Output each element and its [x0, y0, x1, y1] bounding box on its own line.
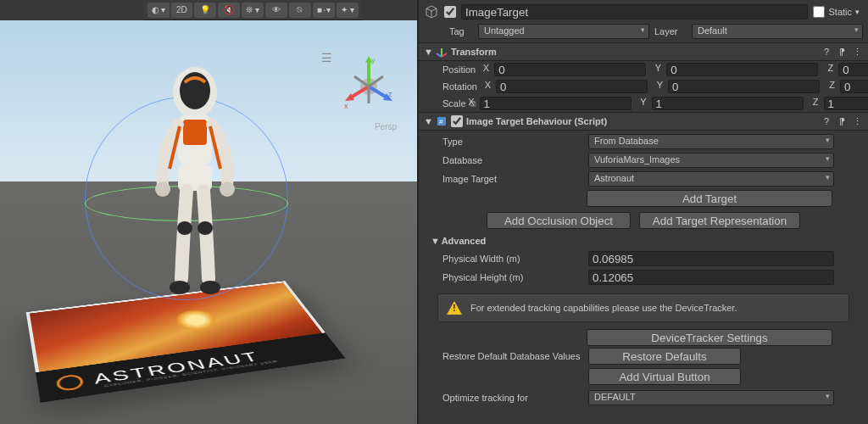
script-icon: # [436, 115, 448, 127]
preset-icon[interactable]: ⁋ [836, 116, 848, 127]
tag-label: Tag [449, 26, 473, 36]
scale-z[interactable] [824, 97, 868, 110]
fold-icon[interactable]: ▼ [424, 116, 432, 126]
layer-dropdown[interactable]: Default [692, 24, 863, 39]
gameobject-active-checkbox[interactable] [444, 6, 456, 18]
add-occlusion-button[interactable]: Add Occlusion Object [487, 212, 631, 229]
position-label: Position [442, 64, 476, 75]
restore-defaults-button[interactable]: Restore Defaults [588, 348, 741, 365]
static-checkbox[interactable] [813, 6, 825, 18]
rotation-z[interactable] [840, 80, 868, 93]
scale-x[interactable] [480, 97, 632, 110]
transform-component-header[interactable]: ▼ Transform ? ⁋ ⋮ [419, 42, 868, 61]
astronaut-model[interactable] [127, 59, 263, 330]
advanced-label: Advanced [442, 236, 487, 246]
help-icon[interactable]: ? [821, 47, 832, 57]
transform-icon [436, 46, 448, 58]
gizmos-dropdown[interactable]: ✦ ▾ [337, 3, 359, 18]
svg-point-21 [198, 221, 213, 235]
lighting-toggle[interactable]: 💡 [194, 3, 216, 18]
layer-label: Layer [654, 26, 687, 36]
position-y[interactable] [666, 63, 818, 76]
devicetracker-settings-button[interactable]: DeviceTracker Settings [587, 329, 832, 346]
image-target-dropdown[interactable]: Astronaut [588, 171, 834, 187]
rotation-y[interactable] [668, 80, 820, 93]
warning-box: For extended tracking capabilities pleas… [437, 293, 849, 322]
advanced-fold-icon[interactable]: ▼ [431, 236, 439, 246]
svg-text:z: z [388, 90, 392, 98]
fold-icon[interactable]: ▼ [424, 47, 432, 57]
transform-title: Transform [451, 47, 817, 57]
restore-label: Restore Default Database Values [442, 351, 583, 361]
component-enabled-checkbox[interactable] [451, 115, 463, 127]
audio-toggle[interactable]: 🔇 [218, 3, 240, 18]
image-target-label: Image Target [442, 174, 583, 184]
warning-icon [447, 301, 462, 315]
optimize-dropdown[interactable]: DEFAULT [588, 390, 834, 405]
gameobject-name-field[interactable] [461, 4, 808, 20]
position-x[interactable] [494, 63, 646, 76]
scene-view-panel: ◐ ▾ 2D 💡 🔇 ❊ ▾ 👁 ⦰ ■۰▾ ✦ ▾ ☰ y x [0, 0, 417, 424]
add-representation-button[interactable]: Add Target Representation [639, 212, 800, 229]
add-target-button[interactable]: Add Target [587, 190, 832, 207]
toggle-2d[interactable]: 2D [171, 3, 192, 18]
svg-point-22 [170, 281, 190, 294]
tag-dropdown[interactable]: Untagged [478, 24, 649, 39]
database-dropdown[interactable]: VuforiaMars_Images [588, 153, 834, 168]
add-virtual-button[interactable]: Add Virtual Button [588, 368, 741, 385]
scene-viewport[interactable]: ☰ y x z Persp [0, 20, 417, 424]
optimize-label: Optimize tracking for [442, 393, 583, 403]
component-menu-icon[interactable]: ⋮ [851, 47, 863, 58]
svg-text:#: # [439, 118, 443, 126]
physical-height-field[interactable] [588, 270, 834, 285]
scale-y[interactable] [652, 97, 804, 110]
component-menu-icon[interactable]: ⋮ [851, 116, 863, 127]
preset-icon[interactable]: ⁋ [836, 47, 848, 58]
scene-toolbar: ◐ ▾ 2D 💡 🔇 ❊ ▾ 👁 ⦰ ■۰▾ ✦ ▾ [144, 0, 362, 20]
itb-title: Image Target Behaviour (Script) [466, 116, 817, 126]
help-icon[interactable]: ? [821, 116, 832, 126]
warning-text: For extended tracking capabilities pleas… [470, 303, 737, 313]
rotation-label: Rotation [442, 81, 477, 92]
shading-mode-dropdown[interactable]: ◐ ▾ [147, 3, 170, 18]
database-label: Database [442, 155, 583, 165]
svg-text:y: y [371, 56, 376, 64]
static-dropdown-arrow[interactable]: ▾ [855, 8, 860, 16]
gameobject-icon [424, 4, 439, 20]
scene-menu-icon[interactable]: ☰ [321, 51, 332, 64]
svg-rect-16 [183, 120, 207, 145]
projection-label[interactable]: Persp [375, 122, 397, 131]
fx-toggle[interactable]: ❊ ▾ [242, 3, 264, 18]
svg-point-20 [177, 221, 192, 235]
scale-label: Scale [442, 98, 466, 109]
itb-component-header[interactable]: ▼ # Image Target Behaviour (Script) ? ⁋ … [419, 112, 868, 131]
type-dropdown[interactable]: From Database [588, 134, 834, 149]
physical-width-label: Physical Width (m) [442, 254, 583, 264]
visibility-toggle[interactable]: 👁 [265, 3, 287, 18]
inspector-panel: Static ▾ Tag Untagged Layer Default ▼ Tr… [417, 0, 868, 424]
hidden-toggle[interactable]: ⦰ [289, 3, 311, 18]
static-label: Static [828, 7, 852, 17]
position-z[interactable] [838, 63, 868, 76]
svg-point-18 [155, 181, 170, 197]
rotation-x[interactable] [496, 80, 648, 93]
physical-height-label: Physical Height (m) [442, 272, 583, 282]
svg-point-23 [200, 281, 220, 294]
type-label: Type [442, 137, 583, 147]
physical-width-field[interactable] [588, 251, 834, 266]
svg-point-19 [220, 181, 235, 197]
orientation-gizmo[interactable]: y x z [339, 54, 398, 114]
camera-dropdown[interactable]: ■۰▾ [313, 3, 335, 18]
svg-text:x: x [344, 102, 348, 110]
